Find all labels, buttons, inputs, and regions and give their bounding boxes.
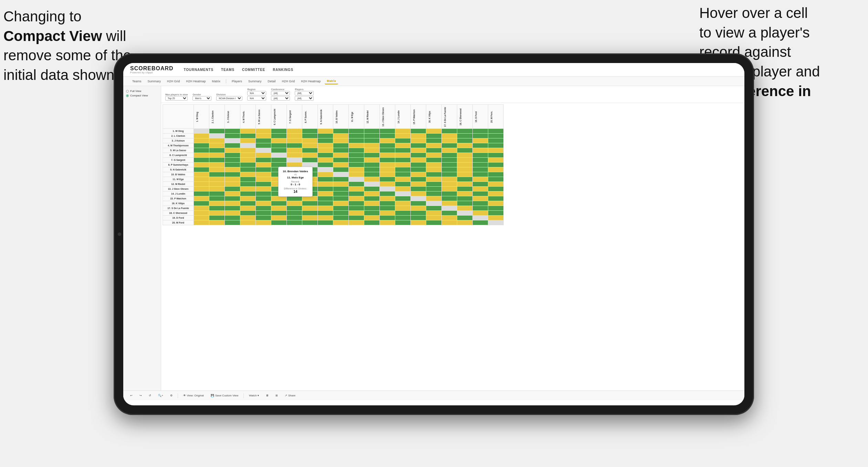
cell-13-19[interactable] — [473, 187, 488, 191]
toolbar-save-custom[interactable]: 💾 Save Custom View — [209, 393, 240, 398]
cell-9-5[interactable] — [256, 167, 271, 172]
cell-4-6[interactable] — [271, 143, 287, 148]
cell-3-18[interactable] — [457, 138, 473, 143]
cell-16-3[interactable] — [225, 201, 240, 206]
cell-12-10[interactable] — [333, 182, 349, 187]
cell-10-5[interactable] — [256, 172, 271, 177]
cell-6-14[interactable] — [395, 153, 411, 158]
cell-12-1[interactable] — [194, 182, 209, 187]
cell-11-12[interactable] — [364, 177, 380, 182]
cell-7-5[interactable] — [256, 158, 271, 163]
cell-10-15[interactable] — [411, 172, 426, 177]
cell-7-4[interactable] — [240, 158, 256, 163]
cell-2-10[interactable] — [333, 134, 349, 138]
cell-10-19[interactable] — [473, 172, 488, 177]
cell-4-13[interactable] — [380, 143, 395, 148]
cell-15-16[interactable] — [426, 196, 442, 201]
cell-4-1[interactable] — [194, 143, 209, 148]
cell-18-8[interactable] — [302, 211, 318, 216]
cell-4-4[interactable] — [240, 143, 256, 148]
cell-6-6[interactable] — [271, 153, 287, 158]
subnav-summary-right[interactable]: Summary — [246, 79, 264, 84]
cell-7-11[interactable] — [349, 158, 364, 163]
cell-5-6[interactable] — [271, 148, 287, 153]
cell-8-18[interactable] — [457, 163, 473, 167]
cell-4-18[interactable] — [457, 143, 473, 148]
cell-2-1[interactable] — [194, 134, 209, 138]
cell-17-6[interactable] — [271, 206, 287, 211]
cell-3-5[interactable] — [256, 138, 271, 143]
cell-8-4[interactable] — [240, 163, 256, 167]
cell-20-1[interactable] — [194, 220, 209, 225]
cell-4-12[interactable] — [364, 143, 380, 148]
cell-11-1[interactable] — [194, 177, 209, 182]
cell-14-18[interactable] — [457, 191, 473, 196]
cell-15-3[interactable] — [225, 196, 240, 201]
cell-7-13[interactable] — [380, 158, 395, 163]
cell-4-20[interactable] — [488, 143, 504, 148]
subnav-h2h-heatmap-right[interactable]: H2H Heatmap — [299, 79, 323, 84]
cell-4-2[interactable] — [209, 143, 225, 148]
cell-9-15[interactable] — [411, 167, 426, 172]
cell-8-10[interactable] — [333, 163, 349, 167]
cell-5-16[interactable] — [426, 148, 442, 153]
cell-1-7[interactable] — [287, 129, 302, 134]
cell-13-4[interactable] — [240, 187, 256, 191]
cell-5-18[interactable] — [457, 148, 473, 153]
cell-20-15[interactable] — [411, 220, 426, 225]
cell-16-18[interactable] — [457, 201, 473, 206]
cell-17-12[interactable] — [364, 206, 380, 211]
cell-6-16[interactable] — [426, 153, 442, 158]
cell-14-10[interactable] — [333, 191, 349, 196]
cell-11-15[interactable] — [411, 177, 426, 182]
cell-20-13[interactable] — [380, 220, 395, 225]
cell-19-6[interactable] — [271, 216, 287, 220]
cell-13-3[interactable] — [225, 187, 240, 191]
cell-17-10[interactable] — [333, 206, 349, 211]
cell-16-5[interactable] — [256, 201, 271, 206]
cell-10-18[interactable] — [457, 172, 473, 177]
cell-1-3[interactable] — [225, 129, 240, 134]
cell-7-9[interactable] — [318, 158, 333, 163]
cell-4-5[interactable] — [256, 143, 271, 148]
cell-8-5[interactable] — [256, 163, 271, 167]
cell-13-2[interactable] — [209, 187, 225, 191]
cell-12-20[interactable] — [488, 182, 504, 187]
cell-6-17[interactable] — [442, 153, 457, 158]
cell-20-4[interactable] — [240, 220, 256, 225]
cell-2-7[interactable] — [287, 134, 302, 138]
cell-11-3[interactable] — [225, 177, 240, 182]
cell-4-16[interactable] — [426, 143, 442, 148]
cell-16-1[interactable] — [194, 201, 209, 206]
cell-17-14[interactable] — [395, 206, 411, 211]
cell-20-19[interactable] — [473, 220, 488, 225]
cell-14-17[interactable] — [442, 191, 457, 196]
cell-19-20[interactable] — [488, 216, 504, 220]
cell-6-19[interactable] — [473, 153, 488, 158]
cell-15-14[interactable] — [395, 196, 411, 201]
cell-20-17[interactable] — [442, 220, 457, 225]
cell-15-20[interactable] — [488, 196, 504, 201]
cell-19-3[interactable] — [225, 216, 240, 220]
cell-9-14[interactable] — [395, 167, 411, 172]
filter-conference-select1[interactable]: (All) — [271, 91, 290, 95]
cell-13-14[interactable] — [395, 187, 411, 191]
cell-9-11[interactable] — [349, 167, 364, 172]
cell-1-14[interactable] — [395, 129, 411, 134]
cell-2-4[interactable] — [240, 134, 256, 138]
cell-20-14[interactable] — [395, 220, 411, 225]
matrix-grid-container[interactable]: 1. W Ding 2. L Clanton 3. J Koivun 4. M … — [161, 103, 744, 400]
cell-18-17[interactable] — [442, 211, 457, 216]
cell-13-15[interactable] — [411, 187, 426, 191]
cell-17-7[interactable] — [287, 206, 302, 211]
cell-18-13[interactable] — [380, 211, 395, 216]
cell-15-1[interactable] — [194, 196, 209, 201]
cell-10-4[interactable] — [240, 172, 256, 177]
cell-20-12[interactable] — [364, 220, 380, 225]
cell-15-17[interactable] — [442, 196, 457, 201]
cell-6-15[interactable] — [411, 153, 426, 158]
cell-13-5[interactable] — [256, 187, 271, 191]
cell-14-4[interactable] — [240, 191, 256, 196]
cell-3-13[interactable] — [380, 138, 395, 143]
cell-5-2[interactable] — [209, 148, 225, 153]
